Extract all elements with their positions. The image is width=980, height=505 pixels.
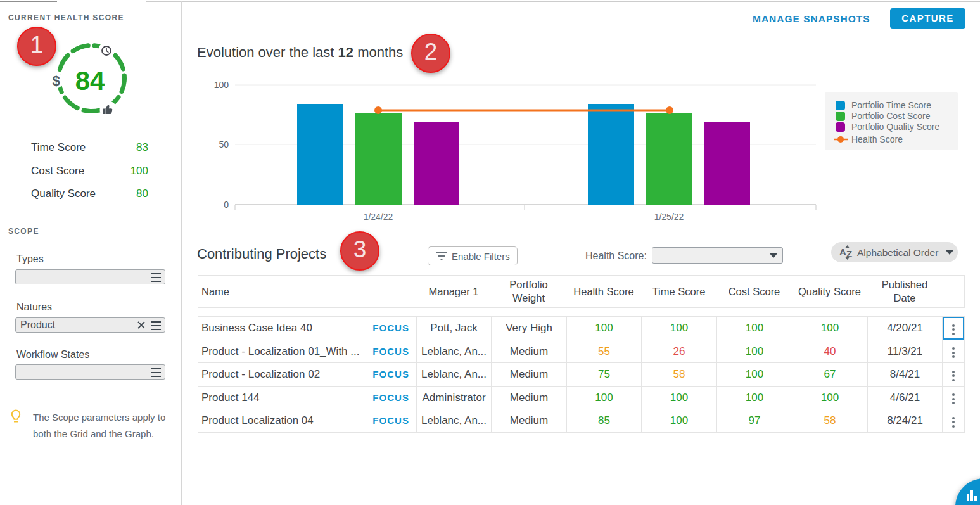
svg-text:Portfolio Cost Score: Portfolio Cost Score (851, 111, 931, 121)
svg-text:Health Score: Health Score (851, 134, 903, 144)
svg-text:50: 50 (219, 139, 229, 150)
svg-text:A: A (839, 246, 846, 257)
svg-text:100: 100 (214, 80, 229, 90)
svg-text:1/25/22: 1/25/22 (654, 212, 684, 222)
svg-text:Portfolio Quality Score: Portfolio Quality Score (851, 122, 939, 132)
svg-text:Portfolio Time Score: Portfolio Time Score (851, 100, 931, 110)
svg-text:1/24/22: 1/24/22 (364, 212, 393, 222)
svg-text:0: 0 (224, 200, 229, 210)
